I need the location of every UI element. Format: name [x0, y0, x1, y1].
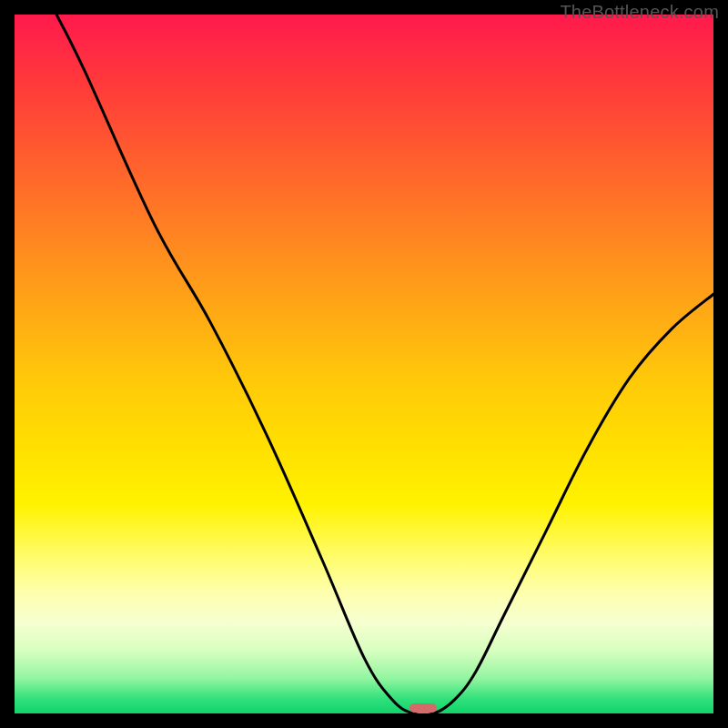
optimal-marker	[410, 703, 437, 713]
chart-frame: TheBottleneck.com	[0, 0, 728, 728]
plot-area	[15, 15, 713, 713]
curve-path	[56, 15, 713, 713]
bottleneck-curve	[15, 15, 713, 713]
attribution-label: TheBottleneck.com	[560, 2, 719, 23]
